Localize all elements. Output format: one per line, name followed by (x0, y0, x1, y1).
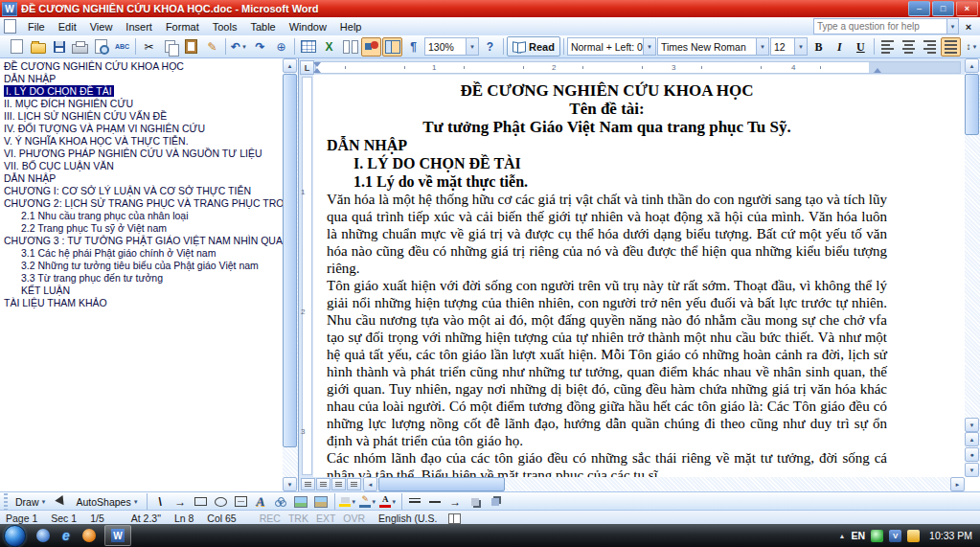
chevron-down-icon[interactable]: ▼ (643, 38, 655, 55)
draw-menu-button[interactable]: Draw ▼ (11, 494, 50, 510)
diagram-button[interactable] (272, 494, 290, 510)
document-map-button[interactable] (382, 37, 402, 57)
map-item[interactable]: DẪN NHẬP (0, 73, 283, 85)
map-item[interactable]: ĐỀ CƯƠNG NGHIÊN CỨU KHOA HỌC (0, 60, 283, 73)
status-rec-toggle[interactable]: REC (260, 513, 281, 524)
paste-button[interactable] (181, 37, 201, 57)
next-page-icon[interactable]: ▼ (965, 463, 979, 477)
help-button[interactable]: ? (480, 37, 500, 57)
tray-volume-icon[interactable] (907, 530, 920, 542)
map-item[interactable]: VII. BỐ CỤC LUẬN VĂN (0, 160, 283, 172)
status-ext-toggle[interactable]: EXT (316, 513, 335, 524)
map-item[interactable]: KẾT LUẬN (0, 285, 283, 297)
read-button[interactable]: Read (507, 36, 560, 57)
align-right-button[interactable] (920, 37, 940, 57)
spelling-status-icon[interactable] (448, 513, 461, 522)
autoshapes-menu-button[interactable]: AutoShapes ▼ (72, 494, 142, 510)
style-select[interactable]: Normal + Left: 0 ▼ (567, 37, 656, 56)
horizontal-scrollbar[interactable]: ◄ ► (299, 477, 965, 491)
clip-art-button[interactable] (292, 494, 310, 510)
tray-status-icon[interactable] (871, 530, 883, 542)
document-icon[interactable] (4, 19, 16, 34)
chevron-down-icon[interactable]: ▼ (946, 19, 958, 34)
align-left-button[interactable] (877, 37, 898, 57)
help-question-input[interactable] (814, 21, 946, 32)
map-item[interactable]: 2.1 Nhu cầu trang phục của nhân loại (0, 210, 283, 222)
print-layout-view-button[interactable] (331, 478, 346, 490)
text-box-button[interactable] (232, 494, 250, 510)
word-taskbar-button[interactable]: W (104, 525, 131, 546)
font-size-select[interactable]: 12 ▼ (770, 37, 808, 56)
previous-page-icon[interactable]: ▲ (965, 432, 979, 446)
vertical-ruler[interactable]: 1 2 3 (299, 75, 313, 477)
map-scrollbar[interactable]: ▲ ▼ (283, 58, 298, 491)
map-item[interactable]: 3.1 Các hệ phái Phật giáo chính ở Việt n… (0, 247, 283, 260)
zoom-select[interactable]: 130% ▼ (424, 37, 479, 56)
maximize-button[interactable]: □ (932, 1, 954, 16)
open-button[interactable] (28, 37, 48, 57)
document-scrollbar-thumb[interactable] (965, 74, 979, 135)
quick-launch-icon[interactable] (34, 527, 52, 544)
map-item[interactable]: CHƯƠNG I: CƠ SỞ LÝ LUẬN VÀ CƠ SỞ THỰC TI… (0, 185, 283, 197)
menu-edit[interactable]: Edit (52, 19, 83, 34)
bold-button[interactable]: B (809, 37, 829, 57)
map-item[interactable]: TÀI LIỆU THAM KHẢO (0, 297, 283, 309)
chevron-down-icon[interactable]: ▼ (466, 38, 478, 55)
menu-format[interactable]: Format (159, 19, 206, 34)
map-item[interactable]: 2.2 Trang phục Tu sỹ ở Việt nam (0, 222, 283, 235)
insert-picture-button[interactable] (312, 494, 330, 510)
tray-shield-icon[interactable]: V (889, 530, 901, 542)
quick-launch-icon[interactable] (80, 527, 98, 544)
hanging-indent-marker[interactable] (313, 68, 321, 73)
first-line-indent-marker[interactable] (313, 62, 321, 67)
map-item[interactable]: II. MỤC ĐÍCH NGHIÊN CỨU (0, 98, 283, 110)
menu-tools[interactable]: Tools (206, 19, 244, 34)
horizontal-scrollbar-thumb[interactable] (378, 477, 505, 491)
select-objects-button[interactable] (52, 494, 70, 510)
status-trk-toggle[interactable]: TRK (288, 513, 308, 524)
normal-view-button[interactable] (301, 478, 315, 490)
scroll-down-icon[interactable]: ▼ (965, 418, 979, 432)
line-color-button[interactable]: ✎▼ (359, 494, 377, 510)
map-item[interactable]: IV. ĐỐI TƯỢNG VÀ PHẠM VI NGHIÊN CỨU (0, 123, 283, 135)
dash-style-button[interactable] (426, 494, 444, 510)
language-indicator[interactable]: EN (851, 530, 865, 541)
hidden-icons-chevron[interactable]: ▲ (839, 533, 846, 539)
menu-view[interactable]: View (83, 19, 120, 34)
format-painter-button[interactable]: ✎ (202, 37, 222, 57)
map-item-selected[interactable]: I. LÝ DO CHỌN ĐỀ TÀI (0, 85, 283, 98)
cut-button[interactable]: ✂ (139, 37, 159, 57)
document-page[interactable]: ĐỀ CƯƠNG NGHIÊN CỨU KHOA HỌC Tên đề tài:… (313, 75, 965, 477)
scroll-up-icon[interactable]: ▲ (965, 58, 979, 73)
undo-button[interactable]: ↶▼ (229, 37, 249, 57)
print-button[interactable] (70, 37, 90, 57)
line-button[interactable]: \ (151, 494, 170, 510)
menu-insert[interactable]: Insert (119, 19, 159, 34)
arrow-button[interactable]: → (171, 494, 190, 510)
toolbar-grip[interactable] (4, 493, 8, 510)
map-item[interactable]: 3.2 Những tư tưởng tiêu biểu của Phật gi… (0, 260, 283, 272)
new-document-button[interactable] (7, 37, 27, 57)
menu-window[interactable]: Window (283, 19, 333, 34)
line-style-button[interactable] (406, 494, 424, 510)
scroll-left-icon[interactable]: ◄ (363, 477, 377, 491)
line-spacing-button[interactable]: ↕▼ (962, 37, 980, 57)
wordart-button[interactable]: A (252, 494, 270, 510)
menu-help[interactable]: Help (333, 19, 369, 34)
horizontal-ruler[interactable]: L 1 2 3 4 (299, 58, 965, 75)
clock[interactable]: 10:33 PM (929, 530, 972, 541)
3d-style-button[interactable] (487, 494, 505, 510)
menu-table[interactable]: Table (243, 19, 282, 34)
rectangle-button[interactable] (192, 494, 210, 510)
font-color-button-drawing[interactable]: A▼ (379, 494, 398, 510)
oval-button[interactable] (212, 494, 230, 510)
insert-table-button[interactable] (298, 37, 318, 57)
right-indent-marker[interactable] (874, 68, 881, 73)
help-question-box[interactable]: ▼ (813, 18, 959, 34)
status-language[interactable]: English (U.S. (378, 513, 437, 524)
columns-button[interactable] (340, 37, 360, 57)
drawing-button[interactable] (361, 37, 381, 57)
menu-file[interactable]: File (21, 19, 52, 34)
map-item[interactable]: VI. PHƯƠNG PHÁP NGHIÊN CỨU VÀ NGUỒN TƯ L… (0, 148, 283, 160)
internet-explorer-icon[interactable]: e (57, 527, 75, 544)
